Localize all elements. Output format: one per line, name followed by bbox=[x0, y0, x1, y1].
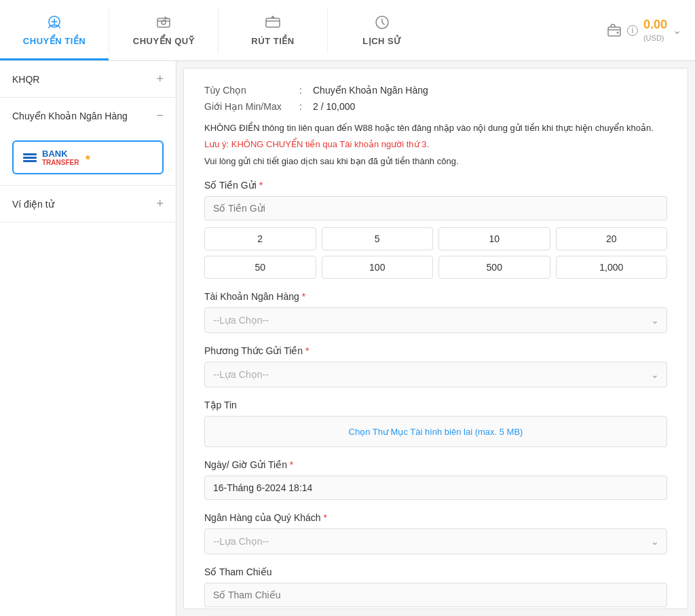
svg-rect-3 bbox=[266, 18, 280, 27]
gioi-han-colon: : bbox=[299, 101, 313, 112]
ngan-hang-select[interactable]: --Lựa Chọn-- bbox=[204, 528, 667, 554]
file-upload-link[interactable]: Chọn Thư Mục Tài hình biên lai (max. 5 M… bbox=[349, 427, 523, 437]
quick-amounts-grid: 2 5 10 20 50 100 500 1,000 bbox=[204, 227, 667, 279]
wallet-icon bbox=[607, 23, 622, 38]
bank-star-icon: ★ bbox=[84, 153, 92, 162]
ngay-gio-label: Ngày/ Giờ Gửi Tiền * bbox=[204, 459, 667, 470]
form-group-ngay-gio: Ngày/ Giờ Gửi Tiền * bbox=[204, 459, 667, 500]
file-upload-area[interactable]: Chọn Thư Mục Tài hình biên lai (max. 5 M… bbox=[204, 416, 667, 447]
quick-amount-1000[interactable]: 1,000 bbox=[556, 256, 668, 279]
sidebar-label-khqr: KHQR bbox=[12, 74, 39, 85]
bank-logo-line-2 bbox=[23, 157, 37, 159]
sidebar-header-chuyen-khoan[interactable]: Chuyển Khoản Ngân Hàng − bbox=[0, 98, 176, 134]
svg-rect-5 bbox=[608, 27, 620, 36]
tai-khoan-required: * bbox=[302, 291, 305, 302]
quick-amount-5[interactable]: 5 bbox=[322, 227, 434, 250]
sidebar-header-vi-dien-tu[interactable]: Ví điện tử + bbox=[0, 186, 176, 222]
tap-tin-label: Tập Tin bbox=[204, 400, 667, 410]
warning-text-red: Lưu ý: KHÔNG CHUYỂN tiền qua Tài khoản n… bbox=[204, 139, 667, 149]
bank-name-area: BANK TRANSFER bbox=[42, 149, 79, 166]
form-group-so-tien: Số Tiền Gửi * 2 5 10 20 50 100 500 1,000 bbox=[204, 180, 667, 279]
tai-khoan-select-wrapper: --Lựa Chọn-- ⌄ bbox=[204, 307, 667, 333]
bank-logo-line-3 bbox=[23, 160, 37, 162]
balance-display: 0.00 (USD) bbox=[643, 18, 667, 43]
gioi-han-value: 2 / 10,000 bbox=[313, 101, 355, 112]
nav-lich-su-label: LỊCH SỬ bbox=[362, 36, 402, 46]
plus-icon-vi-dien-tu: + bbox=[156, 197, 164, 211]
info-icon: i bbox=[627, 25, 638, 36]
nav-rut-tien[interactable]: RÚT TIỀN bbox=[219, 0, 327, 60]
nav-rut-tien-label: RÚT TIỀN bbox=[251, 36, 294, 46]
quick-amount-500[interactable]: 500 bbox=[438, 256, 550, 279]
plus-icon-khqr: + bbox=[156, 72, 164, 86]
info-row-tuy-chon: Tùy Chọn : Chuyển Khoản Ngân Hàng bbox=[204, 85, 667, 96]
top-navigation: CHUYỂN TIỀN CHUYỂN QUỸ RÚT TIỀN LỊCH SỬ bbox=[0, 0, 695, 61]
nav-balance-area: i 0.00 (USD) ⌄ bbox=[593, 0, 695, 60]
bank-logo bbox=[23, 153, 37, 162]
ngan-hang-required: * bbox=[324, 512, 327, 523]
main-container: KHQR + Chuyển Khoản Ngân Hàng − bbox=[0, 61, 695, 616]
bank-transfer-card[interactable]: BANK TRANSFER ★ bbox=[12, 140, 164, 174]
balance-chevron-icon[interactable]: ⌄ bbox=[673, 24, 681, 37]
sidebar: KHQR + Chuyển Khoản Ngân Hàng − bbox=[0, 61, 176, 616]
gioi-han-label: Giới Hạn Min/Max bbox=[204, 101, 299, 112]
form-group-phuong-thuc: Phương Thức Gửi Tiền * --Lựa Chọn-- ⌄ bbox=[204, 345, 667, 387]
bank-logo-lines bbox=[23, 153, 37, 162]
tai-khoan-select[interactable]: --Lựa Chọn-- bbox=[204, 307, 667, 333]
minus-icon-chuyen-khoan: − bbox=[156, 109, 164, 123]
tai-khoan-label: Tài Khoản Ngân Hàng * bbox=[204, 291, 667, 302]
sidebar-label-chuyen-khoan: Chuyển Khoản Ngân Hàng bbox=[12, 111, 128, 121]
so-tien-required: * bbox=[259, 180, 263, 191]
form-group-so-tham-chieu: Số Tham Chiếu bbox=[204, 566, 667, 607]
quick-amount-20[interactable]: 20 bbox=[556, 227, 668, 250]
nav-lich-su[interactable]: LỊCH SỬ bbox=[328, 0, 436, 60]
tuy-chon-value: Chuyển Khoản Ngân Hàng bbox=[313, 85, 428, 96]
nav-chuyen-tien[interactable]: CHUYỂN TIỀN bbox=[0, 0, 109, 60]
tuy-chon-colon: : bbox=[299, 85, 313, 96]
form-group-tai-khoan: Tài Khoản Ngân Hàng * --Lựa Chọn-- ⌄ bbox=[204, 291, 667, 333]
tuy-chon-label: Tùy Chọn bbox=[204, 85, 299, 96]
so-tien-input[interactable] bbox=[204, 196, 667, 220]
phuong-thuc-select[interactable]: --Lựa Chọn-- bbox=[204, 362, 667, 387]
warning-text-1: KHÔNG ĐIỀN thông tin liên quan đến W88 h… bbox=[204, 121, 667, 135]
sidebar-header-khqr[interactable]: KHQR + bbox=[0, 61, 176, 97]
bank-name-text: BANK bbox=[42, 149, 79, 159]
quick-amount-10[interactable]: 10 bbox=[438, 227, 550, 250]
info-row-gioi-han: Giới Hạn Min/Max : 2 / 10,000 bbox=[204, 101, 667, 112]
sidebar-content-chuyen-khoan: BANK TRANSFER ★ bbox=[0, 134, 176, 185]
quick-amount-100[interactable]: 100 bbox=[322, 256, 434, 279]
svg-point-6 bbox=[616, 31, 618, 33]
phuong-thuc-required: * bbox=[305, 345, 309, 356]
nav-chuyen-quy-label: CHUYỂN QUỸ bbox=[133, 36, 194, 46]
so-tham-chieu-label: Số Tham Chiếu bbox=[204, 566, 667, 577]
balance-amount: 0.00 bbox=[643, 18, 667, 31]
main-content: Tùy Chọn : Chuyển Khoản Ngân Hàng Giới H… bbox=[183, 68, 688, 609]
sidebar-section-vi-dien-tu: Ví điện tử + bbox=[0, 186, 176, 223]
quick-amount-50[interactable]: 50 bbox=[204, 256, 316, 279]
quick-amount-2[interactable]: 2 bbox=[204, 227, 316, 250]
svg-rect-1 bbox=[157, 18, 170, 27]
phuong-thuc-select-wrapper: --Lựa Chọn-- ⌄ bbox=[204, 362, 667, 387]
so-tham-chieu-input[interactable] bbox=[204, 583, 667, 607]
form-group-tap-tin: Tập Tin Chọn Thư Mục Tài hình biên lai (… bbox=[204, 400, 667, 447]
bank-logo-line-1 bbox=[23, 153, 37, 155]
ngay-gio-input[interactable] bbox=[204, 476, 667, 500]
sidebar-section-khqr: KHQR + bbox=[0, 61, 176, 98]
sidebar-label-vi-dien-tu: Ví điện tử bbox=[12, 199, 54, 210]
ngay-gio-required: * bbox=[290, 459, 293, 470]
nav-chuyen-quy[interactable]: CHUYỂN QUỸ bbox=[109, 0, 218, 60]
sidebar-section-chuyen-khoan: Chuyển Khoản Ngân Hàng − BANK TRANSFER bbox=[0, 98, 176, 186]
ngan-hang-select-wrapper: --Lựa Chọn-- ⌄ bbox=[204, 528, 667, 554]
form-group-ngan-hang: Ngân Hàng của Quý Khách * --Lựa Chọn-- ⌄ bbox=[204, 512, 667, 554]
phuong-thuc-label: Phương Thức Gửi Tiền * bbox=[204, 345, 667, 356]
nav-chuyen-tien-label: CHUYỂN TIỀN bbox=[23, 36, 86, 46]
balance-currency: (USD) bbox=[643, 34, 664, 42]
so-tien-label: Số Tiền Gửi * bbox=[204, 180, 667, 191]
info-note: Vui lòng gửi chi tiết giao dịch sau khi … bbox=[204, 155, 667, 168]
ngan-hang-label: Ngân Hàng của Quý Khách * bbox=[204, 512, 667, 523]
bank-sub-text: TRANSFER bbox=[42, 159, 79, 166]
